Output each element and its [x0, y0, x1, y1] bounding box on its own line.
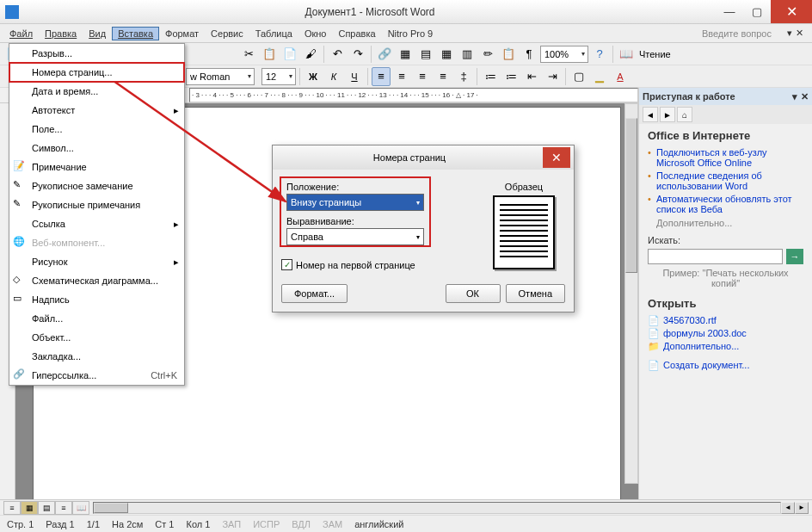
link-create-document[interactable]: Создать документ...: [663, 360, 803, 370]
menu-item-ink-notes[interactable]: ✎Рукописные примечания: [9, 195, 184, 214]
undo-icon[interactable]: ↶: [328, 45, 347, 64]
menu-table[interactable]: Таблица: [249, 27, 298, 40]
minimize-button[interactable]: —: [716, 0, 743, 23]
drawing-icon[interactable]: ✏: [478, 45, 497, 64]
format-button[interactable]: Формат...: [281, 284, 348, 303]
italic-icon[interactable]: К: [324, 67, 343, 86]
view-read-icon[interactable]: 📖: [72, 501, 89, 515]
excel-icon[interactable]: ▦: [437, 45, 456, 64]
menu-item-datetime[interactable]: Дата и время...: [9, 82, 184, 101]
view-web-icon[interactable]: ▤: [38, 501, 55, 515]
show-marks-icon[interactable]: ¶: [520, 45, 538, 64]
link-more[interactable]: Дополнительно...: [656, 218, 803, 228]
menu-item-ink-comment[interactable]: ✎Рукописное замечание: [9, 176, 184, 195]
line-spacing-icon[interactable]: ‡: [454, 67, 473, 86]
ok-button[interactable]: ОК: [446, 284, 501, 303]
menu-item-diagram[interactable]: ◇Схематическая диаграмма...: [9, 271, 184, 290]
menu-view[interactable]: Вид: [83, 27, 112, 40]
view-outline-icon[interactable]: ≡: [55, 501, 72, 515]
bold-icon[interactable]: Ж: [304, 67, 323, 86]
underline-icon[interactable]: Ч: [345, 67, 364, 86]
borders-icon[interactable]: ▢: [569, 67, 588, 86]
menu-service[interactable]: Сервис: [205, 27, 249, 40]
menu-item-comment[interactable]: 📝Примечание: [9, 158, 184, 176]
maximize-button[interactable]: ▢: [743, 0, 771, 23]
format-painter-icon[interactable]: 🖌: [301, 45, 320, 64]
dialog-close-button[interactable]: ✕: [543, 147, 570, 168]
menu-insert[interactable]: Вставка: [112, 27, 159, 40]
cut-icon[interactable]: ✂: [239, 45, 258, 64]
menu-item-reference[interactable]: Ссылка: [9, 214, 184, 233]
justify-icon[interactable]: ≡: [434, 67, 452, 86]
columns-icon[interactable]: ▥: [458, 45, 477, 64]
taskpane-home-icon[interactable]: ⌂: [677, 107, 692, 122]
taskpane-dropdown-icon[interactable]: ▾: [792, 91, 797, 102]
vertical-scroll-thumb[interactable]: [625, 118, 637, 273]
cancel-button[interactable]: Отмена: [506, 284, 565, 303]
menu-item-symbol[interactable]: Символ...: [9, 139, 184, 158]
recent-file-1[interactable]: 34567030.rtf: [663, 315, 803, 325]
menu-format[interactable]: Формат: [159, 27, 205, 40]
menu-item-page-numbers[interactable]: Номера страниц...: [9, 63, 184, 82]
menu-window[interactable]: Окно: [298, 27, 333, 40]
copy-icon[interactable]: 📋: [260, 45, 279, 64]
zoom-dropdown[interactable]: 100%: [540, 46, 588, 63]
link-word-news[interactable]: Последние сведения об использовании Word: [648, 170, 803, 191]
menu-help[interactable]: Справка: [332, 27, 381, 40]
view-normal-icon[interactable]: ≡: [3, 501, 21, 515]
docmap-icon[interactable]: 📋: [499, 45, 518, 64]
tables-borders-icon[interactable]: ▦: [396, 45, 415, 64]
taskpane-close-icon[interactable]: ✕: [801, 91, 809, 102]
fontsize-dropdown[interactable]: 12: [261, 68, 296, 85]
outdent-icon[interactable]: ⇤: [522, 67, 541, 86]
first-page-checkbox[interactable]: ✓: [281, 259, 292, 270]
menu-item-file[interactable]: Файл...: [9, 309, 184, 328]
menu-item-field[interactable]: Поле...: [9, 120, 184, 139]
align-select[interactable]: Справа: [286, 228, 424, 245]
help-dropdown-icon[interactable]: ▾: [787, 28, 792, 39]
numbered-list-icon[interactable]: ≔: [481, 67, 500, 86]
recent-file-2[interactable]: формулы 2003.doc: [663, 328, 803, 338]
hyperlink-icon[interactable]: 🔗: [375, 45, 394, 64]
redo-icon[interactable]: ↷: [348, 45, 367, 64]
menu-item-picture[interactable]: Рисунок: [9, 252, 184, 271]
menu-file[interactable]: Файл: [3, 27, 39, 40]
link-open-more[interactable]: Дополнительно...: [663, 341, 803, 351]
highlight-icon[interactable]: ▁: [590, 67, 609, 86]
menu-item-hyperlink[interactable]: 🔗Гиперссылка...Ctrl+K: [9, 366, 184, 385]
scroll-left-icon[interactable]: ◄: [781, 502, 795, 514]
align-center-icon[interactable]: ≡: [392, 67, 411, 86]
taskpane-forward-icon[interactable]: ►: [660, 107, 675, 122]
menu-item-object[interactable]: Объект...: [9, 328, 184, 347]
font-color-icon[interactable]: A: [611, 67, 630, 86]
menu-item-textbox[interactable]: ▭Надпись: [9, 290, 184, 309]
menu-item-autotext[interactable]: Автотекст: [9, 101, 184, 120]
insert-table-icon[interactable]: ▤: [416, 45, 435, 64]
read-label[interactable]: Чтение: [639, 49, 671, 59]
taskpane-search-input[interactable]: [648, 249, 783, 264]
taskpane-back-icon[interactable]: ◄: [643, 107, 658, 122]
taskpane-search-go-icon[interactable]: →: [786, 249, 803, 264]
font-dropdown[interactable]: w Roman: [186, 68, 255, 85]
link-connect-online[interactable]: Подключиться к веб-узлу Microsoft Office…: [648, 147, 803, 168]
view-layout-icon[interactable]: ▦: [21, 501, 38, 515]
menu-edit[interactable]: Правка: [39, 27, 83, 40]
menu-item-bookmark[interactable]: Закладка...: [9, 347, 184, 366]
help-search-hint[interactable]: Введите вопрос: [702, 28, 772, 39]
paste-icon[interactable]: 📄: [280, 45, 299, 64]
read-mode-icon[interactable]: 📖: [617, 45, 636, 64]
close-button[interactable]: ✕: [771, 0, 812, 23]
position-select[interactable]: Внизу страницы: [286, 194, 424, 211]
horizontal-scrollbar[interactable]: [93, 502, 781, 514]
scroll-right-icon[interactable]: ►: [795, 502, 809, 514]
menu-item-break[interactable]: Разрыв...: [9, 44, 184, 63]
vertical-scrollbar[interactable]: [624, 103, 638, 484]
indent-icon[interactable]: ⇥: [543, 67, 562, 86]
align-left-icon[interactable]: ≡: [372, 67, 391, 86]
link-auto-update[interactable]: Автоматически обновлять этот список из В…: [648, 194, 803, 214]
help-icon[interactable]: ?: [590, 45, 609, 64]
bullet-list-icon[interactable]: ≔: [501, 67, 520, 86]
menu-nitro[interactable]: Nitro Pro 9: [382, 27, 440, 40]
align-right-icon[interactable]: ≡: [413, 67, 432, 86]
horizontal-scroll-thumb[interactable]: [94, 503, 128, 513]
